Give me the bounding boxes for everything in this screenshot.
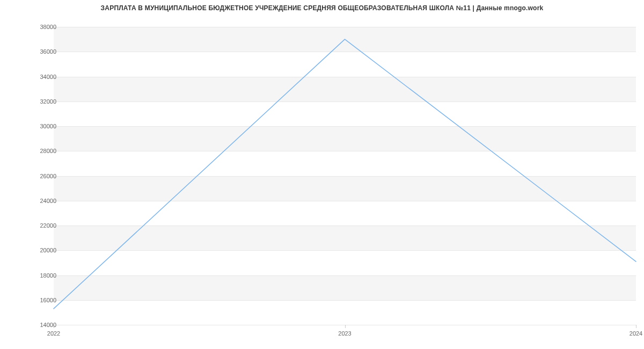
y-tick-label: 20000 [24,247,56,253]
x-tick-label: 2024 [630,330,642,337]
plot-area: 202220232024 [54,27,636,325]
y-tick-label: 38000 [24,24,56,30]
y-tick-label: 32000 [24,98,56,105]
y-tick-label: 14000 [24,322,56,328]
x-tick [636,325,636,328]
y-tick-label: 16000 [24,297,56,303]
x-tick-label: 2022 [47,330,60,337]
chart-container: ЗАРПЛАТА В МУНИЦИПАЛЬНОЕ БЮДЖЕТНОЕ УЧРЕЖ… [0,0,644,349]
y-tick-label: 26000 [24,173,56,179]
y-tick-label: 34000 [24,74,56,80]
y-tick-label: 36000 [24,48,56,55]
line-series-layer [54,27,636,325]
salary-line-series [54,39,636,309]
y-tick-label: 24000 [24,198,56,204]
y-tick-label: 28000 [24,148,56,154]
y-tick-label: 30000 [24,123,56,129]
chart-title: ЗАРПЛАТА В МУНИЦИПАЛЬНОЕ БЮДЖЕТНОЕ УЧРЕЖ… [0,4,644,12]
x-tick-label: 2023 [338,330,351,337]
x-tick [345,325,346,328]
y-tick-label: 22000 [24,222,56,229]
y-tick-label: 18000 [24,272,56,279]
